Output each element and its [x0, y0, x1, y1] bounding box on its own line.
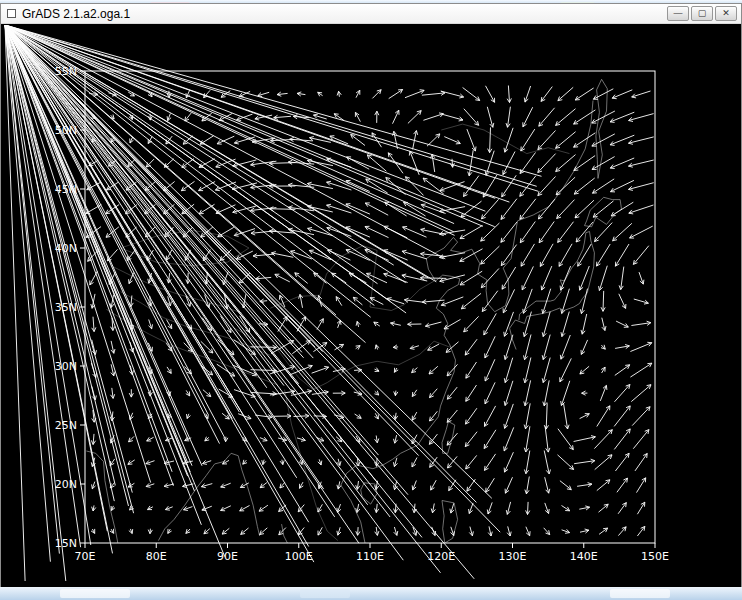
wind-vector [507, 86, 511, 103]
wind-vector [599, 266, 608, 291]
window-icon [7, 9, 16, 18]
wind-vector [444, 137, 460, 144]
wind-vector [506, 107, 510, 128]
wind-vector [612, 90, 632, 99]
y-tick-label: 55N [55, 65, 77, 78]
grads-plot: 70E80E90E100E110E120E130E140E150E15N20N2… [1, 25, 741, 587]
wind-vector [460, 271, 482, 285]
wind-vector [481, 246, 500, 264]
wind-vector [318, 504, 323, 512]
wind-vector [506, 502, 510, 515]
wind-vector [199, 204, 214, 214]
coastline [442, 422, 455, 454]
wind-vector [220, 316, 231, 333]
wind-vector [280, 460, 284, 465]
wind-vector [593, 201, 613, 217]
wind-vector [633, 246, 648, 265]
wind-vector [601, 291, 605, 311]
wind-vector [484, 313, 497, 335]
wind-vector [464, 316, 479, 332]
artifact-line [5, 25, 495, 227]
wind-vector [541, 266, 552, 290]
wind-vector [375, 111, 379, 123]
wind-vector [545, 426, 550, 452]
wind-vector [540, 244, 553, 267]
restore-button[interactable]: ▢ [691, 6, 713, 21]
plot-canvas[interactable]: 70E80E90E100E110E120E130E140E150E15N20N2… [1, 25, 741, 587]
wind-vector [447, 410, 457, 422]
close-button[interactable]: ✕ [715, 6, 737, 21]
wind-vector [356, 481, 360, 489]
x-tick-label: 80E [146, 550, 167, 563]
wind-vector [602, 318, 606, 331]
wind-vector [375, 368, 380, 372]
wind-vector [614, 429, 630, 450]
wind-vector [618, 527, 626, 536]
x-tick-label: 120E [427, 550, 455, 563]
wind-vector [544, 451, 550, 474]
coastline [158, 453, 259, 540]
wind-vector [277, 92, 288, 96]
wind-vector [615, 244, 629, 266]
wind-vector [91, 529, 95, 534]
wind-vector [451, 527, 455, 536]
wind-vector [520, 222, 535, 243]
wind-vector [412, 458, 417, 467]
wind-vector [186, 390, 190, 396]
wind-vector [469, 527, 473, 536]
title-bar[interactable]: GrADS 2.1.a2.oga.1 — ▢ ✕ [1, 4, 741, 24]
wind-vector [404, 298, 424, 302]
wind-vector [422, 300, 444, 304]
y-tick-label: 40N [55, 242, 77, 255]
y-tick-label: 20N [55, 478, 77, 491]
wind-vector [582, 391, 588, 395]
wind-vector [637, 502, 644, 514]
x-tick-label: 110E [356, 550, 384, 563]
wind-vector [482, 291, 498, 312]
wind-vector [615, 385, 630, 402]
wind-vector [260, 437, 267, 441]
wind-vector [448, 456, 458, 468]
wind-vector [538, 177, 556, 196]
wind-vector [412, 368, 418, 373]
wind-vector [581, 314, 587, 334]
wind-vector [262, 460, 266, 465]
wind-vector [507, 526, 511, 536]
x-tick-label: 130E [499, 550, 527, 563]
wind-vector [575, 88, 593, 100]
wind-vector [630, 226, 653, 238]
wind-vector [524, 335, 532, 360]
wind-vector [594, 430, 612, 449]
wind-vector [128, 460, 135, 465]
wind-vector [595, 223, 613, 242]
wind-vector [504, 404, 513, 429]
wind-vector [259, 505, 268, 511]
wind-vector [542, 358, 550, 383]
wind-vector [336, 297, 342, 306]
wind-vector [504, 335, 513, 360]
wind-vector [520, 199, 536, 220]
x-tick-label: 70E [75, 550, 96, 563]
wind-vector [146, 460, 155, 464]
wind-vector [375, 345, 379, 350]
wind-vector [485, 454, 496, 471]
wind-vector [450, 503, 454, 513]
x-tick-label: 90E [217, 550, 238, 563]
y-tick-label: 35N [55, 301, 77, 314]
wind-vector [232, 183, 257, 190]
wind-vector [374, 322, 380, 326]
wind-vector [485, 406, 496, 427]
minimize-button[interactable]: — [667, 6, 689, 21]
wind-vector [580, 366, 589, 374]
wind-vector [523, 289, 532, 313]
wind-vector [222, 413, 229, 419]
wind-vector [560, 358, 572, 381]
wind-vector [465, 339, 477, 355]
wind-vector [523, 312, 531, 337]
wind-vector [619, 267, 624, 290]
wind-vector [337, 527, 341, 535]
wind-vector [619, 294, 626, 309]
wind-vector [423, 113, 443, 120]
wind-vector [597, 244, 611, 266]
wind-vector [300, 482, 304, 488]
